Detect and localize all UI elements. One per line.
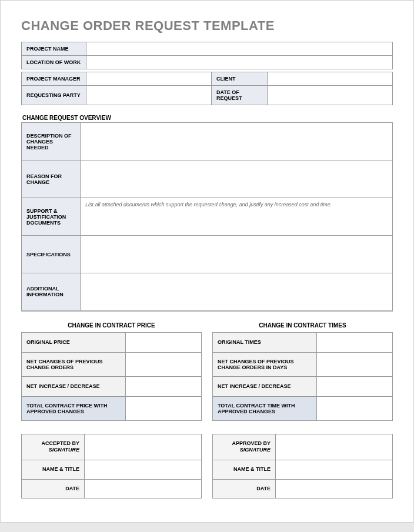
total-price-label: TOTAL CONTRACT PRICE WITH APPROVED CHANG… <box>22 396 126 420</box>
date-request-value[interactable] <box>268 86 393 105</box>
times-section-title: CHANGE IN CONTRACT TIMES <box>212 322 393 329</box>
accepted-table: ACCEPTED BY SIGNATURE NAME & TITLE DATE <box>21 434 202 499</box>
accepted-date-label: DATE <box>22 479 85 498</box>
pm-label: PROJECT MANAGER <box>22 72 86 86</box>
support-value[interactable]: List all attached documents which suppor… <box>81 198 393 236</box>
overview-table: DESCRIPTION OF CHANGES NEEDED REASON FOR… <box>21 122 393 312</box>
total-times-value[interactable] <box>317 396 393 420</box>
net-inc-price-value[interactable] <box>126 376 202 396</box>
client-value[interactable] <box>268 72 393 86</box>
header-table: PROJECT NAME LOCATION OF WORK <box>21 42 393 69</box>
accepted-sig-value[interactable] <box>85 434 202 460</box>
net-prev-times-value[interactable] <box>317 352 393 376</box>
overview-section-title: CHANGE REQUEST OVERVIEW <box>22 115 393 121</box>
times-table: ORIGINAL TIMES NET CHANGES OF PREVIOUS C… <box>212 332 393 421</box>
approved-name-label: NAME & TITLE <box>213 460 276 479</box>
approved-name-value[interactable] <box>276 460 393 479</box>
accepted-date-value[interactable] <box>85 479 202 498</box>
document-page: CHANGE ORDER REQUEST TEMPLATE PROJECT NA… <box>0 0 414 523</box>
spec-label: SPECIFICATIONS <box>22 236 81 273</box>
requesting-value[interactable] <box>86 86 212 105</box>
accepted-by-text: ACCEPTED BY <box>42 440 80 446</box>
original-times-label: ORIGINAL TIMES <box>213 332 317 352</box>
desc-value[interactable] <box>81 123 393 160</box>
total-times-label: TOTAL CONTRACT TIME WITH APPROVED CHANGE… <box>213 396 317 420</box>
net-prev-price-label: NET CHANGES OF PREVIOUS CHANGE ORDERS <box>22 352 126 376</box>
reason-label: REASON FOR CHANGE <box>22 160 81 198</box>
pm-value[interactable] <box>86 72 212 86</box>
location-label: LOCATION OF WORK <box>22 56 86 69</box>
original-price-value[interactable] <box>126 332 202 352</box>
approved-table: APPROVED BY SIGNATURE NAME & TITLE DATE <box>212 434 393 499</box>
date-request-label: DATE OF REQUEST <box>212 86 268 105</box>
net-prev-price-value[interactable] <box>126 352 202 376</box>
net-inc-times-value[interactable] <box>317 376 393 396</box>
spec-value[interactable] <box>81 236 393 273</box>
accepted-signature-text: SIGNATURE <box>49 447 79 453</box>
client-label: CLIENT <box>212 72 268 86</box>
support-label: SUPPORT & JUSTIFICATION DOCUMENTS <box>22 198 81 236</box>
approved-sig-value[interactable] <box>276 434 393 460</box>
reason-value[interactable] <box>81 160 393 198</box>
price-table: ORIGINAL PRICE NET CHANGES OF PREVIOUS C… <box>21 332 202 421</box>
approved-signature-text: SIGNATURE <box>240 447 271 453</box>
price-section-title: CHANGE IN CONTRACT PRICE <box>21 322 202 329</box>
project-name-value[interactable] <box>86 42 393 56</box>
net-inc-price-label: NET INCREASE / DECREASE <box>22 376 126 396</box>
page-title: CHANGE ORDER REQUEST TEMPLATE <box>21 18 393 34</box>
net-inc-times-label: NET INCREASE / DECREASE <box>213 376 317 396</box>
total-price-value[interactable] <box>126 396 202 420</box>
desc-label: DESCRIPTION OF CHANGES NEEDED <box>22 123 81 160</box>
accepted-sig-label: ACCEPTED BY SIGNATURE <box>22 434 85 460</box>
additional-label: ADDITIONAL INFORMATION <box>22 273 81 311</box>
original-price-label: ORIGINAL PRICE <box>22 332 126 352</box>
additional-value[interactable] <box>81 273 393 311</box>
approved-sig-label: APPROVED BY SIGNATURE <box>213 434 276 460</box>
approved-date-value[interactable] <box>276 479 393 498</box>
original-times-value[interactable] <box>317 332 393 352</box>
net-prev-times-label: NET CHANGES OF PREVIOUS CHANGE ORDERS IN… <box>213 352 317 376</box>
header-table-2: PROJECT MANAGER CLIENT REQUESTING PARTY … <box>21 72 393 105</box>
project-name-label: PROJECT NAME <box>22 42 86 56</box>
accepted-name-label: NAME & TITLE <box>22 460 85 479</box>
accepted-name-value[interactable] <box>85 460 202 479</box>
location-value[interactable] <box>86 56 393 69</box>
requesting-label: REQUESTING PARTY <box>22 86 86 105</box>
approved-date-label: DATE <box>213 479 276 498</box>
approved-by-text: APPROVED BY <box>232 440 271 446</box>
